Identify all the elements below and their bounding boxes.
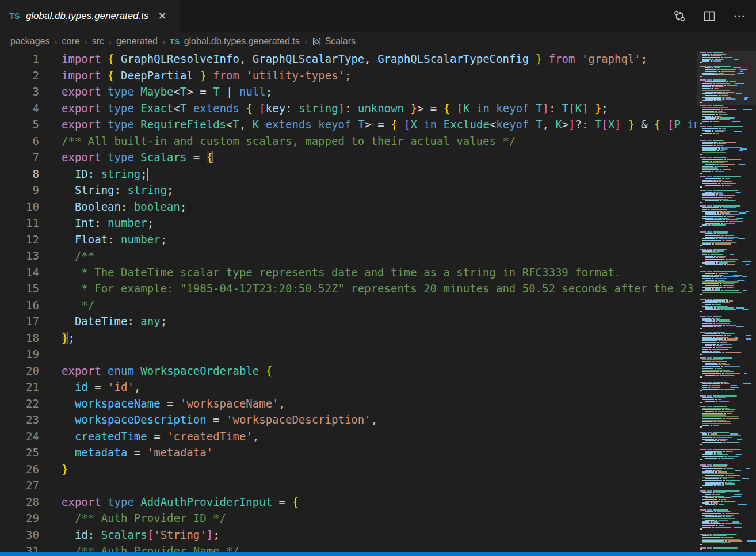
code-line[interactable]: 21 id = 'id', bbox=[0, 379, 697, 395]
minimap[interactable] bbox=[697, 51, 756, 552]
code-line[interactable]: 29 /** Auth Provider ID */ bbox=[0, 510, 697, 527]
indent-guide bbox=[70, 199, 70, 215]
code-line[interactable]: 22 workspaceName = 'workspaceName', bbox=[0, 395, 697, 412]
line-number[interactable]: 31 bbox=[0, 543, 39, 552]
indent-guide bbox=[70, 444, 70, 461]
code-text bbox=[62, 477, 697, 494]
line-number[interactable]: 4 bbox=[0, 100, 39, 117]
open-changes-icon[interactable] bbox=[673, 10, 686, 22]
line-number[interactable]: 6 bbox=[0, 133, 39, 150]
code-text: /** Auth Provider Name */ bbox=[62, 543, 697, 552]
line-number[interactable]: 14 bbox=[0, 264, 39, 281]
line-number[interactable]: 15 bbox=[0, 280, 39, 297]
typescript-file-icon: TS bbox=[170, 37, 180, 46]
line-number[interactable]: 5 bbox=[0, 116, 39, 133]
code-text: metadata = 'metadata' bbox=[62, 444, 697, 461]
code-line[interactable]: 1import { GraphQLResolveInfo, GraphQLSca… bbox=[0, 51, 697, 67]
code-line[interactable]: 14 * The DateTime scalar type represents… bbox=[0, 264, 697, 281]
code-line[interactable]: 25 metadata = 'metadata' bbox=[0, 444, 697, 461]
breadcrumb-separator: › bbox=[304, 37, 307, 47]
line-number[interactable]: 24 bbox=[0, 428, 39, 445]
code-text: /** bbox=[62, 247, 697, 264]
line-number[interactable]: 17 bbox=[0, 313, 39, 330]
code-line[interactable]: 6/** All built-in and custom scalars, ma… bbox=[0, 133, 697, 150]
line-number[interactable]: 16 bbox=[0, 297, 39, 314]
tab-bar: TS global.db.types.generated.ts ✕ bbox=[0, 0, 756, 32]
code-line[interactable]: 26} bbox=[0, 461, 697, 478]
line-number[interactable]: 21 bbox=[0, 379, 39, 395]
code-editor[interactable]: 1import { GraphQLResolveInfo, GraphQLSca… bbox=[0, 51, 697, 552]
code-line[interactable]: 16 */ bbox=[0, 297, 697, 314]
code-line[interactable]: 5export type RequireFields<T, K extends … bbox=[0, 116, 697, 133]
code-line[interactable]: 12 Float: number; bbox=[0, 231, 697, 248]
code-text: String: string; bbox=[62, 182, 697, 199]
code-line[interactable]: 8 ID: string; bbox=[0, 166, 697, 182]
line-number[interactable]: 18 bbox=[0, 330, 39, 346]
breadcrumb-separator: › bbox=[162, 37, 165, 47]
tab-global-db-types[interactable]: TS global.db.types.generated.ts ✕ bbox=[0, 0, 180, 32]
code-line[interactable]: 28export type AddAuthProviderInput = { bbox=[0, 494, 697, 511]
code-line[interactable]: 10 Boolean: boolean; bbox=[0, 199, 697, 215]
line-number[interactable]: 3 bbox=[0, 83, 39, 100]
line-number[interactable]: 19 bbox=[0, 346, 39, 363]
status-bar bbox=[0, 552, 756, 556]
line-number[interactable]: 26 bbox=[0, 461, 39, 478]
code-line[interactable]: 3export type Maybe<T> = T | null; bbox=[0, 83, 697, 100]
line-number[interactable]: 30 bbox=[0, 527, 39, 543]
code-text: id: Scalars['String']; bbox=[62, 527, 697, 543]
line-number[interactable]: 27 bbox=[0, 477, 39, 494]
indent-guide bbox=[70, 412, 70, 428]
code-line[interactable]: 31 /** Auth Provider Name */ bbox=[0, 543, 697, 552]
code-line[interactable]: 19 bbox=[0, 346, 697, 363]
breadcrumb-item-core[interactable]: core bbox=[62, 36, 80, 47]
line-number[interactable]: 29 bbox=[0, 510, 39, 527]
typescript-file-icon: TS bbox=[9, 12, 20, 21]
code-line[interactable]: 4export type Exact<T extends { [key: str… bbox=[0, 100, 697, 117]
code-text: Float: number; bbox=[62, 231, 697, 248]
line-number[interactable]: 11 bbox=[0, 215, 39, 231]
close-icon[interactable]: ✕ bbox=[158, 11, 167, 21]
split-editor-icon[interactable] bbox=[703, 10, 716, 22]
code-line[interactable]: 30 id: Scalars['String']; bbox=[0, 527, 697, 543]
code-line[interactable]: 13 /** bbox=[0, 247, 697, 264]
code-text: } bbox=[62, 461, 697, 478]
line-number[interactable]: 23 bbox=[0, 412, 39, 428]
indent-guide bbox=[70, 510, 70, 527]
code-line[interactable]: 23 workspaceDescription = 'workspaceDesc… bbox=[0, 412, 697, 428]
breadcrumb-item-packages[interactable]: packages bbox=[10, 36, 50, 47]
breadcrumb-item-src[interactable]: src bbox=[92, 36, 104, 47]
breadcrumb-item-symbol[interactable]: Scalars bbox=[312, 36, 356, 47]
line-number[interactable]: 12 bbox=[0, 231, 39, 248]
breadcrumb-item-file[interactable]: TSglobal.db.types.generated.ts bbox=[170, 36, 300, 47]
code-text: workspaceDescription = 'workspaceDescrip… bbox=[62, 412, 697, 428]
line-number[interactable]: 20 bbox=[0, 363, 39, 379]
line-number[interactable]: 28 bbox=[0, 494, 39, 511]
code-text: createdTime = 'createdTime', bbox=[62, 428, 697, 445]
code-line[interactable]: 7export type Scalars = { bbox=[0, 149, 697, 166]
line-number[interactable]: 13 bbox=[0, 247, 39, 264]
code-line[interactable]: 18}; bbox=[0, 330, 697, 346]
indent-guide bbox=[70, 247, 70, 264]
code-line[interactable]: 24 createdTime = 'createdTime', bbox=[0, 428, 697, 445]
line-number[interactable]: 8 bbox=[0, 166, 39, 182]
code-line[interactable]: 20export enum WorkspaceOrderable { bbox=[0, 363, 697, 379]
line-number[interactable]: 25 bbox=[0, 444, 39, 461]
code-text: Int: number; bbox=[62, 215, 697, 231]
code-line[interactable]: 11 Int: number; bbox=[0, 215, 697, 231]
line-number[interactable]: 10 bbox=[0, 199, 39, 215]
line-number[interactable]: 9 bbox=[0, 182, 39, 199]
code-line[interactable]: 9 String: string; bbox=[0, 182, 697, 199]
code-text: /** All built-in and custom scalars, map… bbox=[62, 133, 697, 150]
breadcrumb-item-generated[interactable]: generated bbox=[116, 36, 158, 47]
line-number[interactable]: 1 bbox=[0, 51, 39, 67]
line-number[interactable]: 7 bbox=[0, 149, 39, 166]
line-number[interactable]: 22 bbox=[0, 395, 39, 412]
code-line[interactable]: 27 bbox=[0, 477, 697, 494]
breadcrumb-separator: › bbox=[55, 37, 58, 47]
code-text bbox=[62, 346, 697, 363]
more-actions-icon[interactable] bbox=[733, 10, 746, 22]
code-line[interactable]: 2import { DeepPartial } from 'utility-ty… bbox=[0, 67, 697, 84]
code-line[interactable]: 15 * For example: "1985-04-12T23:20:50.5… bbox=[0, 280, 697, 297]
line-number[interactable]: 2 bbox=[0, 67, 39, 84]
code-line[interactable]: 17 DateTime: any; bbox=[0, 313, 697, 330]
